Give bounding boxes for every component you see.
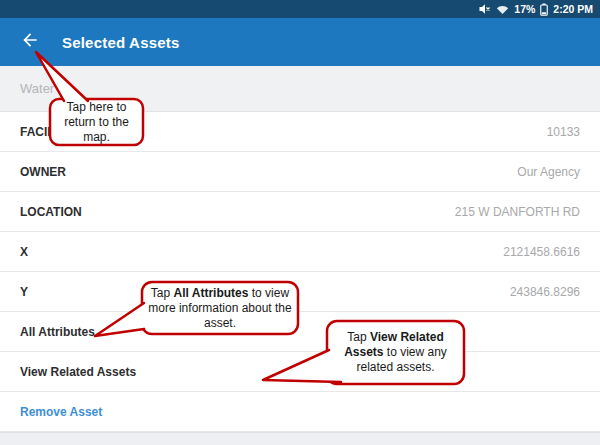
battery-icon <box>540 3 548 16</box>
field-value: 2121458.6616 <box>503 245 580 259</box>
view-related-assets-button[interactable]: View Related Assets <box>0 352 600 392</box>
field-row-x: X 2121458.6616 <box>0 232 600 272</box>
all-attributes-button[interactable]: All Attributes <box>0 312 600 352</box>
remove-asset-label: Remove Asset <box>20 405 102 419</box>
field-value: 243846.8296 <box>510 285 580 299</box>
field-value: Our Agency <box>517 165 580 179</box>
field-row-facilityid: FACILITYID 10133 <box>0 112 600 152</box>
field-value: 10133 <box>547 125 580 139</box>
field-label: Y <box>20 285 28 299</box>
clock: 2:20 PM <box>553 3 593 15</box>
app-bar: Selected Assets <box>0 18 600 66</box>
back-arrow-icon <box>20 30 40 54</box>
layer-header-label: Water <box>20 81 54 96</box>
remove-asset-button[interactable]: Remove Asset <box>0 392 600 432</box>
field-row-location: LOCATION 215 W DANFORTH RD <box>0 192 600 232</box>
field-label: LOCATION <box>20 205 82 219</box>
selected-assets-screen: 17% 2:20 PM Selected Assets Water FACILI… <box>0 0 600 445</box>
field-label: FACILITYID <box>20 125 85 139</box>
field-value: 215 W DANFORTH RD <box>455 205 580 219</box>
field-row-y: Y 243846.8296 <box>0 272 600 312</box>
back-button[interactable] <box>18 30 42 54</box>
layer-header: Water <box>0 66 600 112</box>
all-attributes-label: All Attributes <box>20 325 95 339</box>
view-related-assets-label: View Related Assets <box>20 365 136 379</box>
field-label: OWNER <box>20 165 66 179</box>
status-bar: 17% 2:20 PM <box>0 0 600 18</box>
footer-band <box>0 432 600 445</box>
mute-icon <box>479 3 491 15</box>
field-row-owner: OWNER Our Agency <box>0 152 600 192</box>
field-label: X <box>20 245 28 259</box>
battery-percent: 17% <box>514 3 535 15</box>
page-title: Selected Assets <box>62 34 180 51</box>
wifi-icon <box>496 4 509 15</box>
